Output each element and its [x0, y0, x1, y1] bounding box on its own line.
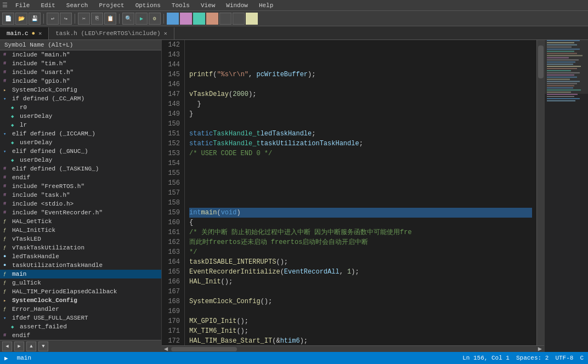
symbol-item[interactable]: ƒ Error_Handler — [0, 305, 161, 314]
menu-tools[interactable]: Tools — [168, 2, 193, 9]
code-line[interactable] — [189, 79, 532, 89]
code-line[interactable]: HAL_Init(); — [189, 277, 532, 287]
code-line[interactable] — [189, 198, 532, 208]
code-line[interactable]: /* USER CODE END 0 */ — [189, 149, 532, 158]
symbol-item[interactable]: ▾ if defined (_CC_ARM) — [0, 94, 161, 103]
symbol-item[interactable]: # include "tim.h" — [0, 59, 161, 68]
symbol-item[interactable]: ƒ main — [0, 270, 161, 278]
code-line[interactable]: taskDISABLE_INTERRUPTS(); — [189, 257, 532, 267]
code-line[interactable] — [189, 168, 532, 178]
panel-scroll-right[interactable]: ▶ — [14, 342, 24, 351]
symbol-item[interactable]: ◆ userDelay — [0, 156, 161, 164]
code-line[interactable]: printf("%s\r\n", pcWriteBuffer); — [189, 70, 532, 79]
toolbar-paste[interactable]: 📋 — [104, 13, 116, 25]
symbol-item[interactable]: # endif — [0, 173, 161, 182]
symbol-item[interactable]: ◆ r0 — [0, 103, 161, 112]
code-line[interactable]: */ — [189, 247, 532, 257]
minimap[interactable] — [544, 40, 588, 352]
symbol-item[interactable]: ▾ elif defined (_GNUC_) — [0, 147, 161, 156]
symbol-item[interactable]: # endif — [0, 331, 161, 340]
toolbar-extra4[interactable] — [206, 13, 218, 25]
toolbar-extra6[interactable] — [233, 13, 245, 25]
symbol-item[interactable]: ◆ userDelay — [0, 138, 161, 147]
code-line[interactable] — [189, 287, 532, 297]
code-line[interactable]: EventRecorderInitialize(EventRecordAll, … — [189, 267, 532, 277]
panel-scroll-down[interactable]: ▼ — [38, 342, 48, 351]
symbol-item[interactable]: ● taskUtilizationTaskHandle — [0, 261, 161, 270]
code-line[interactable]: vTaskDelay(2000); — [189, 89, 532, 99]
code-line[interactable]: /* 关闭中断 防止初始化过程中进入中断 因为中断服务函数中可能使用fre — [189, 228, 532, 237]
code-line[interactable]: HAL_TIM_Base_Start_IT(&htim6); — [189, 336, 532, 345]
tab-task-h[interactable]: task.h (LED\FreeRTOS\include) ✕ — [49, 27, 174, 39]
toolbar-undo[interactable]: ↩ — [47, 13, 59, 25]
code-line[interactable]: } — [189, 109, 532, 119]
scroll-thumb[interactable] — [171, 347, 237, 351]
toolbar-copy[interactable]: ⎘ — [91, 13, 103, 25]
menu-edit[interactable]: Edit — [37, 2, 58, 9]
vertical-scrollbar[interactable] — [536, 40, 544, 345]
menu-options[interactable]: Options — [132, 2, 164, 9]
symbol-item[interactable]: ƒ HAL_TIM_PeriodElapsedCallback — [0, 287, 161, 296]
symbol-item[interactable]: # include "usart.h" — [0, 68, 161, 77]
symbol-item[interactable]: # elif defined (_TASKING_) — [0, 164, 161, 173]
toolbar-extra1[interactable] — [167, 13, 179, 25]
code-line[interactable]: SystemClock_Config(); — [189, 297, 532, 306]
tab-main-c-close[interactable]: ✕ — [38, 30, 42, 37]
code-line[interactable]: int main(void) — [189, 208, 532, 218]
toolbar-save[interactable]: 💾 — [29, 13, 41, 25]
symbol-item[interactable]: ◆ lr — [0, 121, 161, 129]
code-line[interactable]: MX_GPIO_Init(); — [189, 316, 532, 326]
menu-project[interactable]: Project — [95, 2, 127, 9]
symbol-item[interactable]: # include "EventRecorder.h" — [0, 208, 161, 217]
symbol-item[interactable]: ƒ HAL_GetTick — [0, 217, 161, 226]
code-line[interactable]: { — [189, 218, 532, 228]
code-line[interactable]: static TaskHandle_t taskUtilizationTaskH… — [189, 139, 532, 149]
panel-scroll-left[interactable]: ◀ — [2, 342, 12, 351]
toolbar-open[interactable]: 📂 — [15, 13, 27, 25]
symbol-item[interactable]: ▸ SystemClock_Config — [0, 86, 161, 94]
toolbar-search[interactable]: 🔍 — [122, 13, 134, 25]
symbol-list[interactable]: # include "main.h" # include "tim.h" # i… — [0, 50, 161, 340]
menu-view[interactable]: View — [197, 2, 218, 9]
symbol-item[interactable]: # include "FreeRTOS.h" — [0, 182, 161, 191]
symbol-item[interactable]: ● ledTaskHandle — [0, 252, 161, 261]
symbol-item[interactable]: # include "gpio.h" — [0, 77, 161, 86]
tab-task-h-close[interactable]: ✕ — [164, 30, 167, 37]
symbol-item[interactable]: ƒ HAL_InitTick — [0, 226, 161, 235]
code-line[interactable] — [189, 306, 532, 316]
toolbar-cut[interactable]: ✂ — [78, 13, 90, 25]
menu-search[interactable]: Search — [63, 2, 92, 9]
code-line[interactable] — [189, 119, 532, 129]
scroll-right-btn[interactable]: ▶ — [536, 345, 544, 352]
symbol-item[interactable]: # include "task.h" — [0, 191, 161, 200]
toolbar-extra3[interactable] — [193, 13, 205, 25]
toolbar-extra5[interactable] — [219, 13, 231, 25]
symbol-item[interactable]: ƒ vTaskLED — [0, 235, 161, 243]
code-container[interactable]: 1421431441451461471481491501511521531541… — [162, 40, 544, 345]
symbol-item[interactable]: ƒ vTaskTaskUtilization — [0, 243, 161, 252]
scroll-left-btn[interactable]: ◀ — [162, 345, 170, 352]
symbol-item[interactable]: ▸ SystemClock_Config — [0, 296, 161, 305]
scrollbar-thumb[interactable] — [538, 46, 544, 78]
code-line[interactable]: static TaskHandle_t ledTaskHandle; — [189, 129, 532, 139]
code-line[interactable] — [189, 158, 532, 168]
horizontal-scrollbar[interactable]: ◀ ▶ — [162, 345, 544, 352]
code-line[interactable]: MX_TIM6_Init(); — [189, 326, 532, 336]
toolbar-debug[interactable]: ⚙ — [149, 13, 161, 25]
symbol-item[interactable]: # include <stdio.h> — [0, 200, 161, 208]
code-line[interactable]: 而此时freertos还未启动 freertos启动时会自动开启中断 — [189, 237, 532, 247]
toolbar-extra2[interactable] — [180, 13, 192, 25]
code-content[interactable]: printf("%s\r\n", pcWriteBuffer); vTaskDe… — [185, 40, 536, 345]
symbol-item[interactable]: ▾ elif defined (_ICCARM_) — [0, 129, 161, 138]
menu-window[interactable]: Window — [223, 2, 251, 9]
symbol-item[interactable]: # include "main.h" — [0, 50, 161, 59]
toolbar-build[interactable]: ▶ — [135, 13, 148, 25]
menu-help[interactable]: Help — [256, 2, 276, 9]
panel-scroll-up[interactable]: ▲ — [26, 342, 36, 351]
menu-file[interactable]: File — [12, 2, 33, 9]
toolbar-new[interactable]: 📄 — [2, 13, 14, 25]
symbol-item[interactable]: ƒ g_ulTick — [0, 278, 161, 287]
code-line[interactable] — [189, 178, 532, 188]
symbol-item[interactable]: ▾ ifdef USE_FULL_ASSERT — [0, 314, 161, 322]
code-line[interactable]: } — [189, 99, 532, 109]
